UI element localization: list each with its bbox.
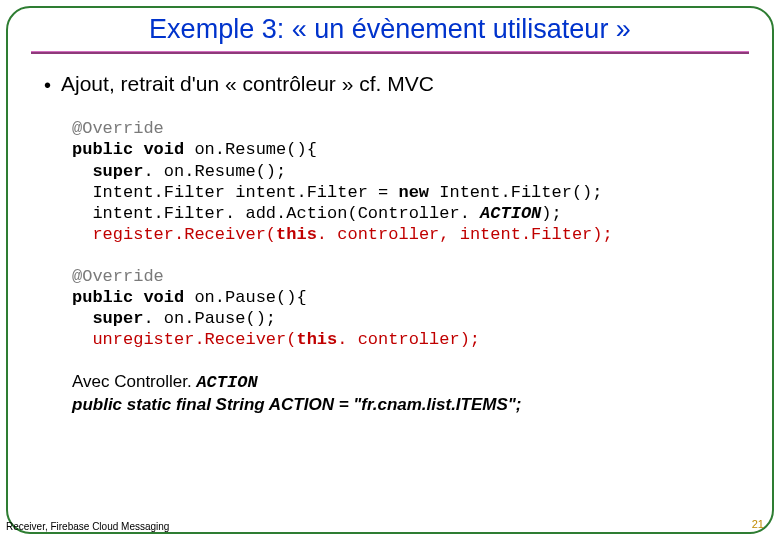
slide-frame: Exemple 3: « un évènement utilisateur » … <box>6 6 774 534</box>
code-block-onresume: @Override public void on.Resume(){ super… <box>72 118 736 246</box>
page-number: 21 <box>752 518 764 530</box>
slide-title: Exemple 3: « un évènement utilisateur » <box>149 14 631 45</box>
code-kw: new <box>398 183 439 202</box>
note-block: Avec Controller. ACTION public static fi… <box>72 371 736 418</box>
note-line-2: public static final String ACTION = "fr.… <box>72 394 736 417</box>
code-kw: super <box>72 309 143 328</box>
code-text: intent.Filter. add.Action(Controller. <box>72 204 480 223</box>
code-text: . on.Resume(); <box>143 162 286 181</box>
code-block-onpause: @Override public void on.Pause(){ super.… <box>72 266 736 351</box>
code-text: Intent.Filter(); <box>439 183 602 202</box>
title-wrap: Exemple 3: « un évènement utilisateur » <box>8 8 772 47</box>
bullet-main: • Ajout, retrait d'un « contrôleur » cf.… <box>44 72 736 96</box>
code-text: on.Resume(){ <box>194 140 316 159</box>
code-line: @Override <box>72 267 164 286</box>
code-kw: this <box>296 330 337 349</box>
code-const: ACTION <box>480 204 541 223</box>
content-area: • Ajout, retrait d'un « contrôleur » cf.… <box>8 54 772 417</box>
note-line-1: Avec Controller. ACTION <box>72 371 736 395</box>
bullet-dot-icon: • <box>44 75 51 95</box>
spacer <box>44 246 736 266</box>
footer-text: Receiver, Firebase Cloud Messaging <box>6 521 169 532</box>
code-highlight: . controller, intent.Filter); <box>317 225 613 244</box>
code-kw: public void <box>72 140 194 159</box>
code-text: ); <box>541 204 561 223</box>
code-kw: this <box>276 225 317 244</box>
code-text: Intent.Filter intent.Filter = <box>72 183 398 202</box>
note-const: ACTION <box>196 373 257 392</box>
code-line: @Override <box>72 119 164 138</box>
code-text: on.Pause(){ <box>194 288 306 307</box>
note-text: Avec Controller. <box>72 372 196 391</box>
code-text: . on.Pause(); <box>143 309 276 328</box>
code-highlight: . controller); <box>337 330 480 349</box>
code-highlight: unregister.Receiver( <box>72 330 296 349</box>
code-kw: public void <box>72 288 194 307</box>
bullet-text: Ajout, retrait d'un « contrôleur » cf. M… <box>61 72 434 96</box>
code-kw: super <box>72 162 143 181</box>
code-highlight: register.Receiver( <box>72 225 276 244</box>
